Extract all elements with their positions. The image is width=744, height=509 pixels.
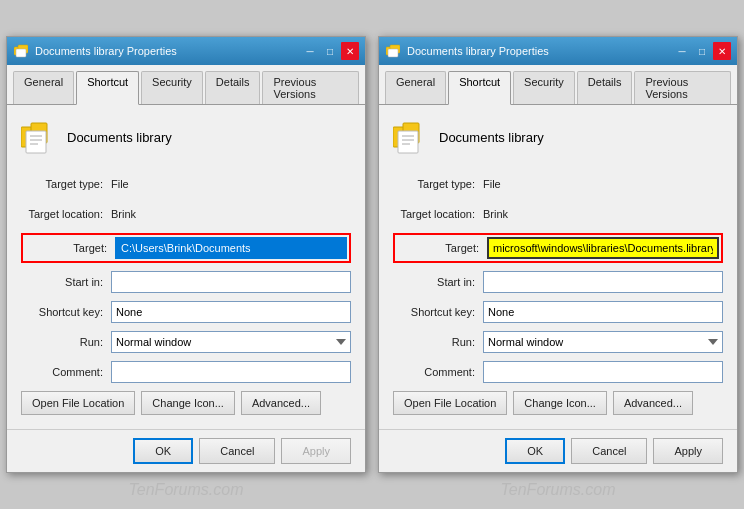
title-bar-left: Documents library Properties xyxy=(13,43,177,59)
watermark-container: TenForums.com TenForums.com xyxy=(0,481,744,499)
tab-previous-versions-right[interactable]: Previous Versions xyxy=(634,71,731,104)
run-label-right: Run: xyxy=(393,336,483,348)
dialog-icon xyxy=(13,43,29,59)
tab-general-left[interactable]: General xyxy=(13,71,74,104)
tab-security-left[interactable]: Security xyxy=(141,71,203,104)
target-label-left: Target: xyxy=(25,242,115,254)
svg-rect-11 xyxy=(388,49,398,57)
start-in-row-left: Start in: xyxy=(21,271,351,293)
shortcut-key-label-left: Shortcut key: xyxy=(21,306,111,318)
comment-row-right: Comment: xyxy=(393,361,723,383)
left-tabs: General Shortcut Security Details Previo… xyxy=(7,65,365,105)
tab-details-right[interactable]: Details xyxy=(577,71,633,104)
action-buttons-left: Open File Location Change Icon... Advanc… xyxy=(21,391,351,415)
watermark-left: TenForums.com xyxy=(129,481,244,499)
tab-details-left[interactable]: Details xyxy=(205,71,261,104)
run-select-right[interactable]: Normal window xyxy=(483,331,723,353)
right-minimize-button[interactable]: ─ xyxy=(673,42,691,60)
change-icon-button-left[interactable]: Change Icon... xyxy=(141,391,235,415)
maximize-button[interactable]: □ xyxy=(321,42,339,60)
desktop: Documents library Properties ─ □ ✕ Gener… xyxy=(0,0,744,509)
lib-header-left: Documents library xyxy=(21,115,351,159)
tab-previous-versions-left[interactable]: Previous Versions xyxy=(262,71,359,104)
shortcut-key-input-left[interactable] xyxy=(111,301,351,323)
start-in-label-left: Start in: xyxy=(21,276,111,288)
title-controls: ─ □ ✕ xyxy=(301,42,359,60)
tab-security-right[interactable]: Security xyxy=(513,71,575,104)
start-in-label-right: Start in: xyxy=(393,276,483,288)
start-in-input-left[interactable] xyxy=(111,271,351,293)
minimize-button[interactable]: ─ xyxy=(301,42,319,60)
advanced-button-right[interactable]: Advanced... xyxy=(613,391,693,415)
start-in-row-right: Start in: xyxy=(393,271,723,293)
run-select-left[interactable]: Normal window xyxy=(111,331,351,353)
lib-name-right: Documents library xyxy=(439,130,544,145)
cancel-button-right[interactable]: Cancel xyxy=(571,438,647,464)
open-location-button-left[interactable]: Open File Location xyxy=(21,391,135,415)
right-tabs: General Shortcut Security Details Previo… xyxy=(379,65,737,105)
cancel-button-left[interactable]: Cancel xyxy=(199,438,275,464)
target-row-highlight-left: Target: xyxy=(21,233,351,263)
shortcut-key-row-right: Shortcut key: xyxy=(393,301,723,323)
library-icon-right xyxy=(393,119,429,155)
target-row-highlight-right: Target: xyxy=(393,233,723,263)
tab-shortcut-left[interactable]: Shortcut xyxy=(76,71,139,105)
apply-button-left: Apply xyxy=(281,438,351,464)
right-title-text: Documents library Properties xyxy=(407,45,549,57)
target-location-row-right: Target location: Brink xyxy=(393,203,723,225)
svg-rect-5 xyxy=(26,131,46,153)
shortcut-key-input-right[interactable] xyxy=(483,301,723,323)
right-title-bar: Documents library Properties ─ □ ✕ xyxy=(379,37,737,65)
watermark-right: TenForums.com xyxy=(501,481,616,499)
run-row-left: Run: Normal window xyxy=(21,331,351,353)
target-location-value-left: Brink xyxy=(111,208,136,220)
left-title-bar: Documents library Properties ─ □ ✕ xyxy=(7,37,365,65)
target-type-row-right: Target type: File xyxy=(393,173,723,195)
target-input-left[interactable] xyxy=(115,237,347,259)
ok-button-right[interactable]: OK xyxy=(505,438,565,464)
right-maximize-button[interactable]: □ xyxy=(693,42,711,60)
advanced-button-left[interactable]: Advanced... xyxy=(241,391,321,415)
lib-header-right: Documents library xyxy=(393,115,723,159)
comment-label-left: Comment: xyxy=(21,366,111,378)
comment-input-right[interactable] xyxy=(483,361,723,383)
right-title-controls: ─ □ ✕ xyxy=(673,42,731,60)
ok-button-left[interactable]: OK xyxy=(133,438,193,464)
change-icon-button-right[interactable]: Change Icon... xyxy=(513,391,607,415)
left-footer: OK Cancel Apply xyxy=(7,429,365,472)
run-row-right: Run: Normal window xyxy=(393,331,723,353)
shortcut-key-label-right: Shortcut key: xyxy=(393,306,483,318)
close-button[interactable]: ✕ xyxy=(341,42,359,60)
apply-button-right[interactable]: Apply xyxy=(653,438,723,464)
right-footer: OK Cancel Apply xyxy=(379,429,737,472)
shortcut-key-row-left: Shortcut key: xyxy=(21,301,351,323)
target-type-value-left: File xyxy=(111,178,129,190)
target-location-value-right: Brink xyxy=(483,208,508,220)
target-location-label-right: Target location: xyxy=(393,208,483,220)
left-dialog: Documents library Properties ─ □ ✕ Gener… xyxy=(6,36,366,473)
target-input-right[interactable] xyxy=(487,237,719,259)
target-type-row-left: Target type: File xyxy=(21,173,351,195)
svg-rect-14 xyxy=(398,131,418,153)
comment-label-right: Comment: xyxy=(393,366,483,378)
target-type-label-right: Target type: xyxy=(393,178,483,190)
action-buttons-right: Open File Location Change Icon... Advanc… xyxy=(393,391,723,415)
open-location-button-right[interactable]: Open File Location xyxy=(393,391,507,415)
right-dialog: Documents library Properties ─ □ ✕ Gener… xyxy=(378,36,738,473)
left-title-text: Documents library Properties xyxy=(35,45,177,57)
run-label-left: Run: xyxy=(21,336,111,348)
right-dialog-content: Documents library Target type: File Targ… xyxy=(379,105,737,429)
tab-shortcut-right[interactable]: Shortcut xyxy=(448,71,511,105)
tab-general-right[interactable]: General xyxy=(385,71,446,104)
svg-rect-2 xyxy=(16,49,26,57)
comment-input-left[interactable] xyxy=(111,361,351,383)
right-close-button[interactable]: ✕ xyxy=(713,42,731,60)
library-icon-left xyxy=(21,119,57,155)
left-dialog-content: Documents library Target type: File Targ… xyxy=(7,105,365,429)
right-dialog-icon xyxy=(385,43,401,59)
target-type-value-right: File xyxy=(483,178,501,190)
lib-name-left: Documents library xyxy=(67,130,172,145)
target-type-label-left: Target type: xyxy=(21,178,111,190)
start-in-input-right[interactable] xyxy=(483,271,723,293)
comment-row-left: Comment: xyxy=(21,361,351,383)
